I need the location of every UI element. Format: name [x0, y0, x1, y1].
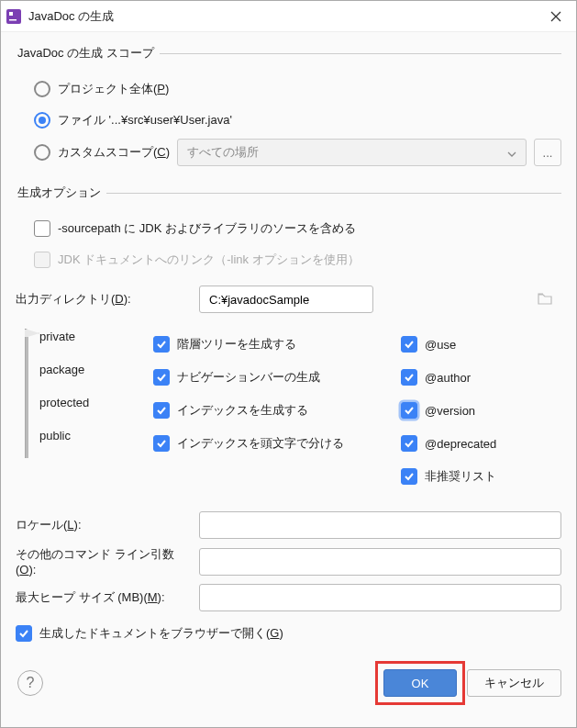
jdklink-checkbox: [34, 252, 50, 268]
custom-scope-more-button[interactable]: ...: [534, 139, 561, 166]
author-checkbox[interactable]: [401, 369, 417, 386]
sourcepath-checkbox[interactable]: [34, 220, 50, 237]
close-button[interactable]: [543, 4, 569, 29]
access-slider[interactable]: [25, 328, 39, 460]
access-level-column: private package protected public: [16, 328, 153, 493]
cancel-button[interactable]: キャンセル: [467, 669, 561, 697]
use-row[interactable]: @use: [401, 328, 561, 361]
folder-icon[interactable]: [538, 292, 552, 308]
use-label: @use: [425, 338, 456, 352]
openbrowser-checkbox[interactable]: [16, 625, 32, 642]
content-area: JavaDoc の生成 スコープ プロジェクト全体(P) ファイル '...¥s…: [1, 32, 576, 727]
access-package-label[interactable]: package: [39, 361, 153, 394]
chevron-down-icon: [507, 146, 516, 160]
sourcepath-label: -sourcepath に JDK およびライブラリのソースを含める: [58, 220, 356, 237]
app-icon: [6, 9, 21, 24]
maxheap-row: 最大ヒープ サイズ (MB)(M):: [16, 584, 561, 611]
help-icon: ?: [27, 675, 35, 691]
svg-rect-2: [9, 19, 17, 21]
options-legend: 生成オプション: [16, 185, 106, 201]
radio-custom-label: カスタムスコープ(C): [58, 144, 170, 161]
locale-input[interactable]: [199, 511, 561, 539]
version-label: @version: [425, 404, 475, 418]
dialog-window: JavaDoc の生成 JavaDoc の生成 スコープ プロジェクト全体(P)…: [0, 0, 577, 728]
radio-project-label: プロジェクト全体(P): [58, 81, 169, 97]
index-checkbox[interactable]: [153, 402, 170, 419]
scope-fieldset: JavaDoc の生成 スコープ プロジェクト全体(P) ファイル '...¥s…: [16, 45, 561, 175]
locale-row: ロケール(L):: [16, 511, 561, 539]
access-public-label[interactable]: public: [39, 427, 153, 460]
deprecated-row[interactable]: @deprecated: [401, 427, 561, 460]
version-row[interactable]: @version: [401, 394, 561, 427]
author-row[interactable]: @author: [401, 361, 561, 394]
splitindex-row[interactable]: インデックスを頭文字で分ける: [153, 427, 401, 460]
bottom-button-row: ? OK キャンセル: [16, 661, 561, 705]
custom-scope-dropdown: すべての場所: [177, 139, 527, 166]
cmdargs-input[interactable]: [199, 548, 561, 576]
navbar-row[interactable]: ナビゲーションバーの生成: [153, 361, 401, 394]
hierarchy-checkbox[interactable]: [153, 336, 170, 353]
index-label: インデックスを生成する: [177, 402, 308, 419]
locale-label: ロケール(L):: [16, 517, 190, 533]
deprecatedlist-row[interactable]: 非推奨リスト: [401, 460, 561, 493]
svg-rect-0: [6, 9, 21, 24]
close-icon: [550, 11, 561, 22]
radio-project[interactable]: [34, 81, 50, 97]
openbrowser-label: 生成したドキュメントをブラウザーで開く(G): [39, 625, 283, 642]
output-dir-label: 出力ディレクトリ(D):: [16, 291, 190, 308]
output-dir-input[interactable]: [199, 286, 373, 313]
splitindex-label: インデックスを頭文字で分ける: [177, 435, 344, 452]
deprecatedlist-checkbox[interactable]: [401, 468, 417, 485]
maxheap-label: 最大ヒープ サイズ (MB)(M):: [16, 589, 190, 606]
svg-rect-1: [9, 12, 13, 16]
hierarchy-label: 階層ツリーを生成する: [177, 336, 296, 353]
jdklink-label: JDK ドキュメントへのリンク（-link オプションを使用）: [58, 252, 360, 268]
radio-custom-row: カスタムスコープ(C) すべての場所 ...: [34, 139, 561, 166]
version-checkbox[interactable]: [401, 402, 417, 419]
access-options-grid: private package protected public 階層ツリーを生…: [16, 328, 561, 493]
radio-file[interactable]: [34, 112, 50, 129]
dialog-title: JavaDoc の生成: [28, 8, 543, 25]
navbar-checkbox[interactable]: [153, 369, 170, 386]
ok-button-highlight: OK: [375, 661, 465, 705]
access-private-label[interactable]: private: [39, 328, 153, 361]
deprecated-label: @deprecated: [425, 437, 496, 451]
cmdargs-row: その他のコマンド ライン引数(O):: [16, 546, 561, 577]
openbrowser-row[interactable]: 生成したドキュメントをブラウザーで開く(G): [16, 621, 561, 646]
jdklink-row: JDK ドキュメントへのリンク（-link オプションを使用）: [34, 247, 561, 273]
radio-project-row[interactable]: プロジェクト全体(P): [34, 76, 561, 102]
radio-custom[interactable]: [34, 144, 50, 161]
ok-button[interactable]: OK: [383, 669, 457, 697]
author-label: @author: [425, 371, 471, 385]
index-row[interactable]: インデックスを生成する: [153, 394, 401, 427]
splitindex-checkbox[interactable]: [153, 435, 170, 452]
radio-file-row[interactable]: ファイル '...¥src¥user¥User.java': [34, 107, 561, 133]
sourcepath-row[interactable]: -sourcepath に JDK およびライブラリのソースを含める: [34, 216, 561, 241]
help-button[interactable]: ?: [17, 670, 43, 696]
deprecatedlist-label: 非推奨リスト: [425, 468, 496, 485]
navbar-label: ナビゲーションバーの生成: [177, 369, 320, 386]
titlebar: JavaDoc の生成: [1, 1, 576, 32]
custom-scope-dropdown-text: すべての場所: [187, 144, 507, 161]
cmdargs-label: その他のコマンド ライン引数(O):: [16, 546, 190, 577]
use-checkbox[interactable]: [401, 336, 417, 353]
maxheap-input[interactable]: [199, 584, 561, 611]
hierarchy-row[interactable]: 階層ツリーを生成する: [153, 328, 401, 361]
options-fieldset: 生成オプション -sourcepath に JDK およびライブラリのソースを含…: [16, 185, 561, 652]
radio-file-label: ファイル '...¥src¥user¥User.java': [58, 112, 232, 129]
output-dir-row: 出力ディレクトリ(D):: [16, 286, 561, 313]
deprecated-checkbox[interactable]: [401, 435, 417, 452]
access-protected-label[interactable]: protected: [39, 394, 153, 427]
scope-legend: JavaDoc の生成 スコープ: [16, 45, 160, 62]
